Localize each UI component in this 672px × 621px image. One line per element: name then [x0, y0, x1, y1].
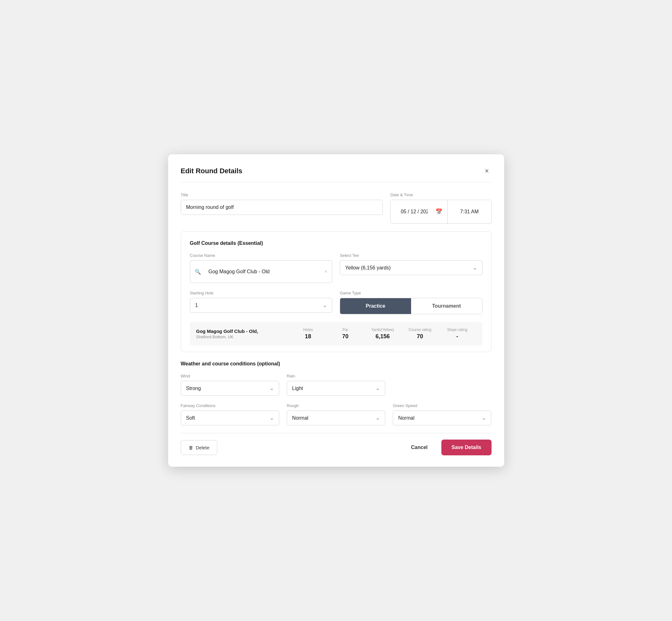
- slope-rating-value: -: [438, 333, 476, 340]
- game-type-group: Game Type Practice Tournament: [340, 291, 482, 314]
- calendar-icon: 📅: [435, 208, 442, 215]
- holes-value: 18: [289, 333, 327, 340]
- delete-button[interactable]: 🗑 Delete: [181, 440, 217, 455]
- select-tee-dropdown[interactable]: Yellow (6,156 yards) Red White Blue: [340, 260, 482, 275]
- modal-footer: 🗑 Delete Cancel Save Details: [181, 433, 492, 455]
- select-tee-wrapper: Yellow (6,156 yards) Red White Blue: [340, 260, 482, 275]
- fairway-dropdown[interactable]: Dry Normal Soft Wet: [181, 411, 279, 425]
- datetime-label: Date & Time: [390, 193, 491, 197]
- rain-wrapper: None Light Moderate Heavy: [287, 381, 385, 396]
- yards-stat: Yards(Yellow) 6,156: [364, 328, 401, 340]
- course-rating-value: 70: [401, 333, 438, 340]
- weather-title: Weather and course conditions (optional): [181, 361, 492, 367]
- course-info-row: Gog Magog Golf Club - Old, Shelford Bott…: [190, 322, 482, 345]
- tournament-button[interactable]: Tournament: [411, 298, 482, 314]
- select-tee-label: Select Tee: [340, 253, 482, 258]
- delete-label: Delete: [196, 445, 209, 450]
- datetime-group: 📅 7:31 AM: [390, 200, 491, 224]
- fairway-group: Fairway Conditions Dry Normal Soft Wet: [181, 403, 279, 425]
- course-rating-stat: Course rating 70: [401, 328, 438, 340]
- rough-group: Rough Short Normal Long Very Long: [287, 403, 385, 425]
- modal-title: Edit Round Details: [181, 167, 243, 175]
- footer-right: Cancel Save Details: [405, 440, 492, 455]
- course-location: Shelford Bottom, UK: [196, 334, 290, 339]
- trash-icon: 🗑: [189, 445, 194, 450]
- close-button[interactable]: ×: [482, 166, 492, 176]
- wind-dropdown[interactable]: Calm Light Moderate Strong Very Strong: [181, 381, 279, 396]
- course-tee-row: Course Name 🔍 × Select Tee Yellow (6,156…: [190, 253, 482, 283]
- title-field-group: Title: [181, 193, 383, 224]
- fairway-label: Fairway Conditions: [181, 403, 279, 408]
- game-type-toggle: Practice Tournament: [340, 298, 482, 314]
- game-type-label: Game Type: [340, 291, 482, 295]
- wind-wrapper: Calm Light Moderate Strong Very Strong: [181, 381, 279, 396]
- rough-label: Rough: [287, 403, 385, 408]
- green-speed-wrapper: Slow Normal Fast Very Fast: [393, 411, 491, 425]
- save-button[interactable]: Save Details: [442, 440, 491, 455]
- holes-label: Holes: [289, 328, 327, 332]
- search-icon: 🔍: [195, 269, 201, 275]
- cancel-button[interactable]: Cancel: [405, 440, 434, 455]
- weather-section: Weather and course conditions (optional)…: [181, 361, 492, 425]
- par-stat: Par 70: [327, 328, 364, 340]
- course-name-label: Course Name: [190, 253, 333, 258]
- edit-round-modal: Edit Round Details × Title Date & Time 📅…: [168, 154, 504, 467]
- starting-hole-label: Starting Hole: [190, 291, 333, 295]
- hole-gametype-row: Starting Hole 1234 5678 910 Game Type Pr…: [190, 291, 482, 314]
- green-speed-group: Green Speed Slow Normal Fast Very Fast: [393, 403, 491, 425]
- golf-course-section: Golf Course details (Essential) Course N…: [181, 231, 492, 352]
- title-label: Title: [181, 193, 383, 197]
- datetime-field-group: Date & Time 📅 7:31 AM: [390, 193, 491, 224]
- starting-hole-group: Starting Hole 1234 5678 910: [190, 291, 333, 314]
- time-field: 7:31 AM: [448, 200, 491, 223]
- starting-hole-wrapper: 1234 5678 910: [190, 298, 333, 313]
- wind-label: Wind: [181, 374, 279, 378]
- course-name-input[interactable]: [204, 264, 322, 279]
- title-input[interactable]: [181, 200, 383, 215]
- course-name-display: Gog Magog Golf Club - Old,: [196, 329, 290, 334]
- par-label: Par: [327, 328, 364, 332]
- holes-stat: Holes 18: [289, 328, 327, 340]
- wind-group: Wind Calm Light Moderate Strong Very Str…: [181, 374, 279, 396]
- course-name-search: 🔍 ×: [190, 260, 333, 283]
- yards-value: 6,156: [364, 333, 401, 340]
- title-date-row: Title Date & Time 📅 7:31 AM: [181, 193, 492, 224]
- course-name-group: Course Name 🔍 ×: [190, 253, 333, 283]
- time-value: 7:31 AM: [460, 209, 478, 215]
- select-tee-group: Select Tee Yellow (6,156 yards) Red Whit…: [340, 253, 482, 283]
- course-rating-label: Course rating: [401, 328, 438, 332]
- rough-wrapper: Short Normal Long Very Long: [287, 411, 385, 425]
- starting-hole-dropdown[interactable]: 1234 5678 910: [190, 298, 333, 313]
- date-input[interactable]: [395, 204, 433, 219]
- rain-dropdown[interactable]: None Light Moderate Heavy: [287, 381, 385, 396]
- clear-icon[interactable]: ×: [325, 269, 328, 275]
- practice-button[interactable]: Practice: [340, 298, 411, 314]
- green-speed-dropdown[interactable]: Slow Normal Fast Very Fast: [393, 411, 491, 425]
- green-speed-label: Green Speed: [393, 403, 491, 408]
- wind-rain-row: Wind Calm Light Moderate Strong Very Str…: [181, 374, 492, 396]
- conditions-row: Fairway Conditions Dry Normal Soft Wet R…: [181, 403, 492, 425]
- golf-course-title: Golf Course details (Essential): [190, 241, 482, 246]
- rain-label: Rain: [287, 374, 385, 378]
- slope-rating-stat: Slope rating -: [438, 328, 476, 340]
- modal-header: Edit Round Details ×: [181, 166, 492, 182]
- date-field: 📅: [390, 200, 448, 223]
- yards-label: Yards(Yellow): [364, 328, 401, 332]
- rain-group: Rain None Light Moderate Heavy: [287, 374, 385, 396]
- course-info-name: Gog Magog Golf Club - Old, Shelford Bott…: [196, 329, 290, 339]
- slope-rating-label: Slope rating: [438, 328, 476, 332]
- fairway-wrapper: Dry Normal Soft Wet: [181, 411, 279, 425]
- par-value: 70: [327, 333, 364, 340]
- rough-dropdown[interactable]: Short Normal Long Very Long: [287, 411, 385, 425]
